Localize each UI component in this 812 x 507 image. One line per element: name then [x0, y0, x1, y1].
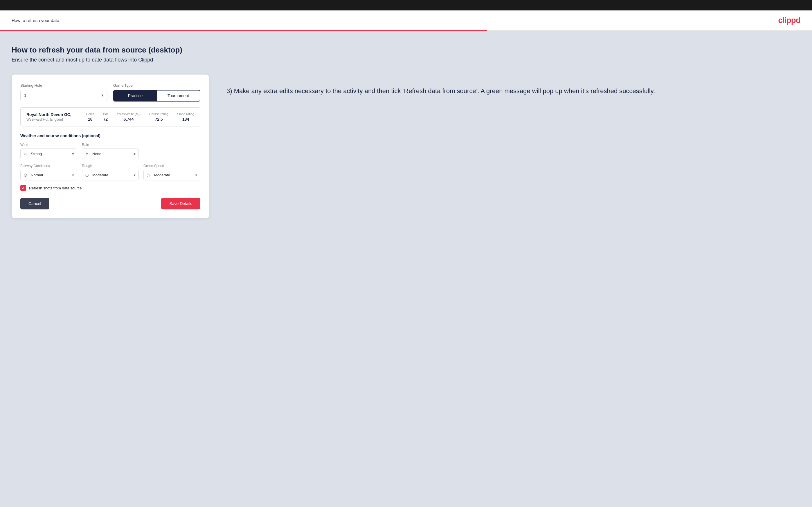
cancel-button[interactable]: Cancel [20, 198, 49, 210]
yards-value: 6,744 [117, 117, 141, 121]
rough-label: Rough [82, 164, 139, 168]
page-heading: How to refresh your data from source (de… [12, 46, 800, 55]
side-text: 3) Make any extra edits necessary to the… [226, 86, 800, 96]
game-type-label: Game Type [113, 83, 200, 88]
rain-icon: ✦ [82, 151, 91, 157]
fairway-label: Fairway Conditions [20, 164, 77, 168]
holes-value: 18 [86, 117, 94, 121]
yards-stat: Yards/White (M)) 6,744 [117, 112, 141, 121]
wind-rain-row: Wind ≋ Strong Light None ▼ Rain ✦ [20, 143, 200, 159]
yards-label: Yards/White (M)) [117, 112, 141, 116]
slope-rating-stat: Slope rating 134 [177, 112, 194, 121]
slope-rating-value: 134 [177, 117, 194, 121]
course-name: Royal North Devon GC, [27, 112, 86, 117]
content-area: Starting Hole 1 10 ▼ Game Type Practice … [12, 74, 800, 218]
course-rating-stat: Course rating 72.5 [149, 112, 168, 121]
rough-field: Rough ⊙ Moderate Light Heavy ▼ [82, 164, 139, 180]
game-type-buttons: Practice Tournament [113, 90, 200, 102]
starting-hole-row: Starting Hole 1 10 ▼ Game Type Practice … [20, 83, 200, 102]
holes-label: Holes [86, 112, 94, 116]
fairway-select[interactable]: Normal Soft Firm [30, 170, 77, 180]
course-name-section: Royal North Devon GC, Westward Ho!, Engl… [27, 112, 86, 121]
logo: clippd [778, 16, 800, 25]
tournament-button[interactable]: Tournament [157, 91, 200, 101]
save-button[interactable]: Save Details [161, 198, 200, 210]
wind-label: Wind [20, 143, 77, 147]
course-rating-label: Course rating [149, 112, 168, 116]
checkbox-row: Refresh shots from data source [20, 185, 200, 191]
wind-icon: ≋ [20, 151, 30, 157]
form-panel: Starting Hole 1 10 ▼ Game Type Practice … [12, 74, 209, 218]
rain-select-wrapper: ✦ None Light Heavy ▼ [82, 149, 139, 159]
rain-label: Rain [82, 143, 139, 147]
main-content: How to refresh your data from source (de… [0, 31, 812, 503]
green-speed-field: Green Speed ◎ Moderate Slow Fast ▼ [143, 164, 200, 180]
header: How to refresh your data clippd [0, 10, 812, 31]
top-bar [0, 0, 812, 10]
fairway-icon: ⊙ [20, 172, 30, 178]
conditions-section-heading: Weather and course conditions (optional) [20, 133, 200, 138]
rough-select-wrapper: ⊙ Moderate Light Heavy ▼ [82, 170, 139, 180]
starting-hole-select[interactable]: 1 10 [20, 90, 107, 101]
par-stat: Par 72 [103, 112, 108, 121]
refresh-checkbox[interactable] [20, 185, 26, 191]
rough-select[interactable]: Moderate Light Heavy [91, 170, 139, 180]
slope-rating-label: Slope rating [177, 112, 194, 116]
holes-stat: Holes 18 [86, 112, 94, 121]
page-subheading: Ensure the correct and most up to date d… [12, 57, 800, 63]
wind-select[interactable]: Strong Light None [30, 149, 77, 159]
button-row: Cancel Save Details [20, 198, 200, 210]
green-speed-select-wrapper: ◎ Moderate Slow Fast ▼ [143, 170, 200, 180]
rain-field: Rain ✦ None Light Heavy ▼ [82, 143, 139, 159]
refresh-label: Refresh shots from data source [29, 186, 82, 190]
practice-button[interactable]: Practice [114, 91, 157, 101]
starting-hole-group: Starting Hole 1 10 ▼ [20, 83, 107, 102]
starting-hole-label: Starting Hole [20, 83, 107, 88]
fairway-select-wrapper: ⊙ Normal Soft Firm ▼ [20, 170, 77, 180]
green-speed-label: Green Speed [143, 164, 200, 168]
course-stats: Holes 18 Par 72 Yards/White (M)) 6,744 C… [86, 112, 194, 121]
rain-select[interactable]: None Light Heavy [91, 149, 139, 159]
wind-select-wrapper: ≋ Strong Light None ▼ [20, 149, 77, 159]
fairway-field: Fairway Conditions ⊙ Normal Soft Firm ▼ [20, 164, 77, 180]
game-type-group: Game Type Practice Tournament [113, 83, 200, 102]
green-speed-icon: ◎ [144, 172, 153, 178]
par-value: 72 [103, 117, 108, 121]
green-speed-select[interactable]: Moderate Slow Fast [153, 170, 200, 180]
course-location: Westward Ho!, England [27, 117, 86, 121]
course-rating-value: 72.5 [149, 117, 168, 121]
fairway-rough-green-row: Fairway Conditions ⊙ Normal Soft Firm ▼ … [20, 164, 200, 180]
breadcrumb: How to refresh your data [12, 18, 59, 23]
rough-icon: ⊙ [82, 172, 91, 178]
starting-hole-select-wrapper: 1 10 ▼ [20, 90, 107, 101]
footer: Copyright Clippd 2022 [0, 503, 812, 507]
course-info-box: Royal North Devon GC, Westward Ho!, Engl… [20, 107, 200, 126]
par-label: Par [103, 112, 108, 116]
side-panel: 3) Make any extra edits necessary to the… [226, 74, 800, 96]
wind-field: Wind ≋ Strong Light None ▼ [20, 143, 77, 159]
